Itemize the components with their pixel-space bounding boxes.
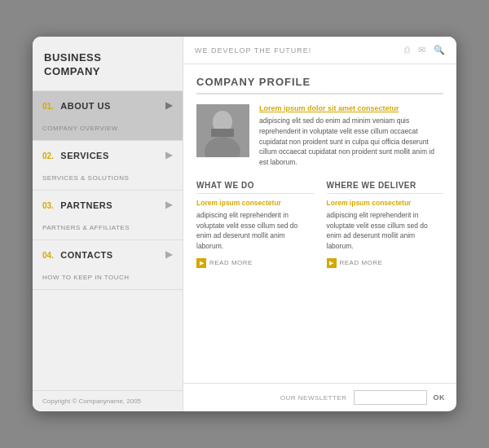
nav-sub-partners: PARTNERS & AFFILIATES [33, 217, 183, 239]
two-col-section: WHAT WE DO Lorem ipsum consectetur adipi… [196, 181, 443, 268]
nav-item-services[interactable]: 02. SERVICES ▶ [33, 141, 183, 167]
where-we-deliver-title: WHERE WE DELIVER [327, 181, 444, 194]
nav-number-2: 02. [42, 152, 54, 160]
svg-rect-3 [211, 129, 234, 137]
sidebar-footer: Copyright © Companyname, 2005 [33, 390, 183, 411]
where-we-deliver-body: adipiscing elit reprehenderit in volupta… [327, 210, 444, 252]
profile-text: Lorem ipsum dolor sit amet consectetur a… [259, 104, 443, 168]
nav-arrow-partners: ▶ [165, 199, 173, 210]
search-icon[interactable]: 🔍 [434, 45, 445, 55]
what-we-do-link[interactable]: Lorem ipsum consectetur [196, 199, 314, 207]
what-we-do-readmore: ▶ READ MORE [196, 258, 314, 268]
nav-number-1: 01. [42, 102, 54, 111]
logo-text: BUSINESSCOMPANY [44, 51, 171, 79]
print-icon[interactable]: ⎙ [404, 45, 410, 55]
section-title: COMPANY PROFILE [196, 76, 443, 94]
nav-sub-contacts: HOW TO KEEP IN TOUCH [33, 266, 183, 289]
sidebar-logo: BUSINESSCOMPANY [33, 37, 183, 91]
nav-arrow-services: ▶ [165, 149, 173, 160]
nav-number-4: 04. [42, 251, 54, 260]
nav-sub-about: COMPANY OVERVIEW [33, 117, 183, 140]
nav-section-services[interactable]: 02. SERVICES ▶ SERVICES & SOLUTIONS [33, 141, 183, 191]
profile-body: adipiscing elit sed do enim ad minim ven… [259, 116, 443, 168]
nav-number-3: 03. [42, 201, 54, 210]
nav-item-about[interactable]: 01. ABOUT US ▶ [33, 91, 183, 117]
profile-photo [196, 104, 249, 157]
what-we-do-body: adipiscing elit reprehenderit in volupta… [196, 210, 314, 252]
nav-label-contacts: CONTACTS [60, 250, 112, 260]
where-we-deliver-link[interactable]: Lorem ipsum consectetur [327, 199, 444, 207]
newsletter-ok-button[interactable]: OK [434, 393, 446, 402]
nav-section-partners[interactable]: 03. PARTNERS ▶ PARTNERS & AFFILIATES [33, 191, 183, 240]
profile-block: Lorem ipsum dolor sit amet consectetur a… [196, 104, 443, 168]
app-window: BUSINESSCOMPANY 01. ABOUT US ▶ COMPANY O… [33, 37, 456, 411]
topbar-title: WE DEVELOP THE FUTURE! [195, 46, 311, 55]
main-content: WE DEVELOP THE FUTURE! ⎙ ✉ 🔍 COMPANY PRO… [183, 37, 456, 411]
profile-link-title[interactable]: Lorem ipsum dolor sit amet consectetur [259, 104, 443, 112]
content-area: COMPANY PROFILE Lorem ipsum dolor sit am… [183, 64, 456, 383]
nav-item-partners[interactable]: 03. PARTNERS ▶ [33, 191, 183, 217]
nav-arrow-contacts: ▶ [165, 248, 173, 260]
nav-sub-services: SERVICES & SOLUTIONS [33, 167, 183, 190]
nav-item-contacts[interactable]: 04. CONTACTS ▶ [33, 240, 183, 266]
read-more-label-1[interactable]: READ MORE [209, 259, 253, 266]
sidebar: BUSINESSCOMPANY 01. ABOUT US ▶ COMPANY O… [33, 37, 183, 411]
newsletter-input[interactable] [354, 390, 427, 405]
profile-image [196, 104, 249, 157]
read-more-icon-2: ▶ [327, 258, 337, 268]
topbar-icons: ⎙ ✉ 🔍 [404, 45, 445, 55]
read-more-label-2[interactable]: READ MORE [340, 259, 383, 266]
mail-icon[interactable]: ✉ [418, 45, 425, 55]
nav-arrow-about: ▶ [165, 99, 173, 111]
nav-label-about: ABOUT US [60, 101, 110, 111]
col-where-we-deliver: WHERE WE DELIVER Lorem ipsum consectetur… [327, 181, 444, 268]
topbar: WE DEVELOP THE FUTURE! ⎙ ✉ 🔍 [183, 37, 456, 64]
nav-section-about[interactable]: 01. ABOUT US ▶ COMPANY OVERVIEW [33, 91, 183, 141]
newsletter-bar: OUR NEWSLETTER OK [183, 383, 456, 411]
nav-label-partners: PARTNERS [60, 200, 112, 210]
nav-label-services: SERVICES [60, 151, 108, 160]
nav-section-contacts[interactable]: 04. CONTACTS ▶ HOW TO KEEP IN TOUCH [33, 240, 183, 290]
newsletter-label: OUR NEWSLETTER [280, 394, 347, 402]
read-more-icon-1: ▶ [196, 258, 206, 268]
col-what-we-do: WHAT WE DO Lorem ipsum consectetur adipi… [196, 181, 314, 268]
what-we-do-title: WHAT WE DO [196, 181, 314, 194]
where-we-deliver-readmore: ▶ READ MORE [327, 258, 444, 268]
